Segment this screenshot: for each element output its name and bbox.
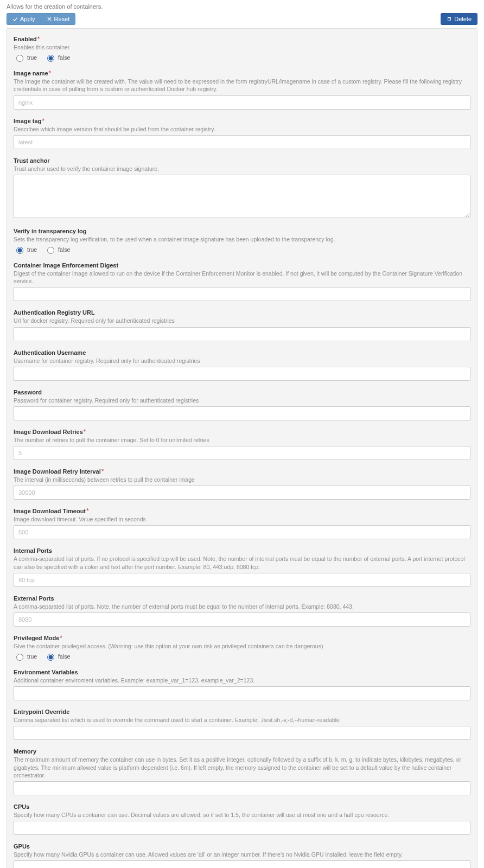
enabled-field: Enabled*Enables this containertruefalse [14,35,470,62]
dl_retries-field: Image Download Retries*The number of ret… [14,428,470,460]
radio-label-text: false [58,246,70,253]
entrypoint-input[interactable] [14,726,470,740]
verify_tlog-radio-group: truefalse [14,245,470,254]
enf_digest-field: Container Image Enforcement DigestDigest… [14,261,470,301]
trash-icon [447,16,452,22]
env_vars-input[interactable] [14,686,470,700]
external_ports-help: A comma-separated list of ports. Note, t… [14,603,470,610]
trust_anchor-input[interactable] [14,175,470,218]
password-input[interactable] [14,406,470,420]
apply-label: Apply [20,16,35,22]
enf_digest-help: Digest of the container image allowed to… [14,270,470,285]
radio-label-text: true [27,653,37,660]
password-label: Password [14,389,42,395]
internal_ports-help: A comma-separated list of ports. If no p… [14,555,470,570]
enf_digest-input[interactable] [14,287,470,301]
memory-help: The maximum amount of memory the contain… [14,756,470,779]
image_tag-label: Image tag [14,118,41,124]
image_name-input[interactable] [14,95,470,110]
password-help: Password for container registry. Require… [14,397,470,404]
trust_anchor-help: Trust anchor used to verify the containe… [14,165,470,173]
enabled-radio-option-false[interactable]: false [44,53,70,62]
required-marker: * [42,117,44,125]
close-icon [47,16,52,22]
dl_retries-label: Image Download Retries [14,429,83,435]
image_tag-field: Image tag*Describes which image version … [14,117,470,149]
auth_url-label: Authentication Registry URL [14,309,95,316]
dl_interval-field: Image Download Retry Interval*The interv… [14,468,470,500]
verify_tlog-radio-false[interactable] [47,247,54,254]
required-marker: * [86,507,89,515]
required-marker: * [84,428,86,436]
memory-input[interactable] [14,781,470,795]
page-intro: Allows for the creation of containers. [7,0,477,13]
image_name-field: Image name*The image the container will … [14,69,470,109]
image_tag-input[interactable] [14,135,470,149]
form-panel: Enabled*Enables this containertruefalseI… [7,28,477,868]
privileged-radio-false[interactable] [47,654,54,661]
dl_timeout-label: Image Download Timeout [14,508,86,514]
entrypoint-help: Comma separated list which is used to ov… [14,716,470,724]
memory-field: MemoryThe maximum amount of memory the c… [14,748,470,795]
entrypoint-label: Entrypoint Override [14,709,69,715]
auth_user-help: Username for container registry. Require… [14,357,470,365]
verify_tlog-radio-option-false[interactable]: false [44,245,70,254]
gpus-input[interactable] [14,860,470,868]
auth_url-field: Authentication Registry URLUrl for docke… [14,309,470,341]
verify_tlog-help: Sets the transparency log verification, … [14,235,470,243]
dl_retries-input[interactable] [14,446,470,460]
reset-button[interactable]: Reset [41,13,76,25]
dl_interval-label: Image Download Retry Interval [14,468,101,475]
privileged-radio-option-false[interactable]: false [44,652,70,661]
dl_interval-help: The interval (in milliseconds) between r… [14,476,470,483]
image_name-label: Image name [14,70,48,76]
delete-button[interactable]: Delete [441,13,477,25]
enabled-radio-true[interactable] [16,55,23,62]
gpus-field: GPUsSpecify how many Nvidia GPUs a conta… [14,843,470,868]
check-icon [12,16,18,22]
entrypoint-field: Entrypoint OverrideComma separated list … [14,708,470,740]
cpus-label: CPUs [14,803,29,810]
image_tag-help: Describes which image version that shoul… [14,125,470,133]
privileged-help: Give the container privileged access. (W… [14,642,470,650]
trust_anchor-label: Trust anchor [14,157,50,164]
auth_url-input[interactable] [14,327,470,341]
auth_user-field: Authentication UsernameUsername for cont… [14,349,470,381]
gpus-help: Specify how many Nvidia GPUs a container… [14,851,470,858]
enabled-label: Enabled [14,36,37,42]
enabled-radio-group: truefalse [14,53,470,62]
privileged-radio-true[interactable] [16,654,23,661]
enabled-radio-option-true[interactable]: true [14,53,37,62]
password-field: PasswordPassword for container registry.… [14,388,470,420]
privileged-radio-option-true[interactable]: true [14,652,37,661]
env_vars-label: Environment Variables [14,669,78,675]
privileged-field: Privileged Mode*Give the container privi… [14,634,470,661]
auth_url-help: Url for docker registry. Required only f… [14,317,470,324]
dl_interval-input[interactable] [14,486,470,500]
dl_timeout-field: Image Download Timeout*Image download ti… [14,507,470,539]
delete-label: Delete [454,16,472,22]
verify_tlog-radio-option-true[interactable]: true [14,245,37,254]
cpus-input[interactable] [14,821,470,835]
env_vars-help: Additional container enviroment variable… [14,676,470,684]
privileged-radio-group: truefalse [14,652,470,661]
reset-label: Reset [54,16,70,22]
enf_digest-label: Container Image Enforcement Digest [14,262,118,269]
required-marker: * [37,35,40,43]
dl_retries-help: The number of retries to pull the contai… [14,436,470,444]
enabled-radio-false[interactable] [47,55,54,62]
dl_timeout-input[interactable] [14,525,470,539]
verify_tlog-radio-true[interactable] [16,247,23,254]
external_ports-label: External Ports [14,595,54,602]
internal_ports-input[interactable] [14,573,470,587]
gpus-label: GPUs [14,843,30,850]
required-marker: * [101,468,104,475]
verify_tlog-label: Verify in transparency log [14,228,87,234]
required-marker: * [60,634,62,642]
auth_user-input[interactable] [14,367,470,381]
svg-rect-2 [448,18,451,21]
toolbar: Apply Reset Delete [7,13,477,25]
external_ports-input[interactable] [14,612,470,627]
apply-button[interactable]: Apply [7,13,41,25]
cpus-help: Specify how many CPUs a container can us… [14,811,470,819]
